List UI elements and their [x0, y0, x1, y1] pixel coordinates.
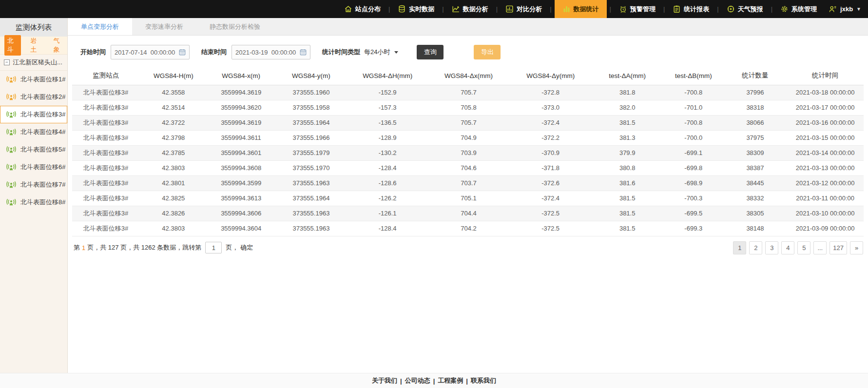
table-cell: 2021-03-11 00:00:00: [787, 191, 864, 206]
nav-item-home[interactable]: 站点分布: [339, 0, 386, 18]
nav-item-weather[interactable]: 天气预报: [722, 0, 768, 18]
nav-item-bar-chart[interactable]: 数据统计: [555, 0, 607, 18]
table-cell: 38066: [724, 115, 787, 130]
end-time-value[interactable]: [235, 49, 300, 56]
table-cell: -699.1: [663, 145, 723, 160]
sidebar-item-station-8[interactable]: 北斗表面位移8#: [0, 194, 67, 211]
table-cell: 379.9: [591, 145, 663, 160]
ellipsis-pages-button[interactable]: ...: [813, 241, 827, 254]
table-cell: 380.8: [591, 160, 663, 175]
table-row: 北斗表面位移3#42.37223559994.3619373555.1964-1…: [72, 115, 864, 130]
broadcast-icon: [6, 198, 17, 206]
nav-item-doc-chart[interactable]: 对比分析: [501, 0, 547, 18]
footer-link-4[interactable]: 联系我们: [471, 376, 496, 385]
nav-item-database[interactable]: 实时数据: [393, 0, 439, 18]
page-button-1[interactable]: 1: [733, 241, 746, 254]
table-cell: -700.8: [663, 85, 723, 100]
column-header: WGS84-Δx(mm): [427, 67, 510, 85]
table-cell: 3559994.3613: [208, 191, 275, 206]
database-icon: [398, 5, 406, 13]
report-icon: [673, 5, 681, 13]
sidebar-item-station-5[interactable]: 北斗表面位移5#: [0, 141, 67, 158]
page-button-5[interactable]: 5: [797, 241, 810, 254]
sidebar-tab-3[interactable]: 气象: [51, 35, 67, 56]
sidebar-item-station-7[interactable]: 北斗表面位移7#: [0, 176, 67, 194]
table-cell: 381.5: [591, 221, 663, 236]
export-button[interactable]: 导出: [474, 45, 501, 59]
jump-confirm-button[interactable]: 确定: [240, 243, 253, 252]
start-time-input[interactable]: [111, 45, 190, 59]
table-cell: 2021-03-13 00:00:00: [787, 160, 864, 175]
footer-link-1[interactable]: 关于我们: [372, 376, 397, 385]
table-cell: 38445: [724, 175, 787, 191]
table-cell: 37975: [724, 130, 787, 145]
next-pages-button[interactable]: »: [850, 241, 863, 254]
page-buttons: 12345...127»: [730, 241, 863, 254]
nav-item-label: 天气预报: [738, 5, 763, 14]
nav-item-line-chart[interactable]: 数据分析: [447, 0, 493, 18]
nav-item-alarm[interactable]: 预警管理: [614, 0, 660, 18]
station-label: 北斗表面位移7#: [20, 180, 65, 189]
table-cell: -372.4: [510, 115, 591, 130]
table-row: 北斗表面位移3#42.38263559994.3606373555.1963-1…: [72, 206, 864, 221]
column-header: 监测站点: [72, 67, 139, 85]
footer-link-3[interactable]: 工程案例: [438, 376, 463, 385]
broadcast-icon: [6, 111, 17, 118]
table-cell: -699.8: [663, 160, 723, 175]
tree-root-node[interactable]: − 江北新区猪头山...: [0, 55, 67, 71]
jump-page-input[interactable]: [205, 242, 222, 253]
calendar-icon[interactable]: [300, 49, 307, 56]
station-label: 北斗表面位移1#: [20, 75, 65, 84]
sidebar-tab-2[interactable]: 岩土: [27, 35, 44, 56]
sidebar-item-station-3[interactable]: 北斗表面位移3#: [0, 106, 67, 123]
station-label: 北斗表面位移2#: [20, 93, 65, 101]
sidebar-item-station-2[interactable]: 北斗表面位移2#: [0, 88, 67, 106]
broadcast-icon: [6, 146, 17, 154]
start-time-label: 开始时间: [80, 48, 106, 57]
sidebar-tab-1[interactable]: 北斗: [4, 35, 21, 56]
collapse-icon[interactable]: −: [4, 59, 10, 65]
sidebar-item-station-4[interactable]: 北斗表面位移4#: [0, 123, 67, 141]
table-cell: -701.0: [663, 100, 723, 115]
query-button[interactable]: 查询: [417, 45, 444, 59]
table-cell: 373555.1963: [275, 221, 347, 236]
broadcast-icon: [6, 93, 17, 101]
table-row: 北斗表面位移3#42.37853559994.3601373555.1979-1…: [72, 145, 864, 160]
nav-separator: |: [547, 0, 554, 18]
table-cell: 北斗表面位移3#: [72, 160, 139, 175]
page-button-4[interactable]: 4: [781, 241, 794, 254]
nav-item-label: 站点分布: [355, 5, 381, 14]
table-cell: -700.0: [663, 130, 723, 145]
broadcast-icon: [6, 163, 17, 171]
table-cell: 北斗表面位移3#: [72, 130, 139, 145]
nav-item-gear[interactable]: 系统管理: [775, 0, 822, 18]
tab-analysis-1[interactable]: 单点变形分析: [68, 18, 132, 35]
table-row: 北斗表面位移3#42.38033559994.3604373555.1963-1…: [72, 221, 864, 236]
table-cell: -152.9: [347, 85, 427, 100]
table-cell: 381.3: [591, 130, 663, 145]
tab-analysis-3[interactable]: 静态数据分析检验: [196, 18, 273, 35]
nav-separator: |: [607, 0, 614, 18]
stat-interval-select[interactable]: 每24小时: [364, 48, 398, 57]
table-cell: 705.1: [427, 191, 510, 206]
sidebar-title: 监测体列表: [0, 18, 67, 37]
sidebar-item-station-1[interactable]: 北斗表面位移1#: [0, 71, 67, 88]
station-label: 北斗表面位移6#: [20, 163, 65, 172]
user-menu[interactable]: jxkb ▼: [822, 0, 861, 18]
table-cell: 382.0: [591, 100, 663, 115]
page-button-3[interactable]: 3: [765, 241, 778, 254]
table-cell: 705.8: [427, 100, 510, 115]
end-time-input[interactable]: [231, 45, 310, 59]
table-cell: 42.3803: [139, 160, 208, 175]
table-cell: 3559994.3619: [208, 115, 275, 130]
table-cell: 381.8: [591, 85, 663, 100]
start-time-value[interactable]: [115, 49, 179, 56]
nav-item-report[interactable]: 统计报表: [668, 0, 714, 18]
sidebar-item-station-6[interactable]: 北斗表面位移6#: [0, 158, 67, 176]
page-button-2[interactable]: 2: [749, 241, 762, 254]
calendar-icon[interactable]: [179, 49, 186, 56]
tab-analysis-2[interactable]: 变形速率分析: [132, 18, 196, 35]
page-button-127[interactable]: 127: [829, 241, 847, 254]
table-cell: -699.3: [663, 221, 723, 236]
footer-link-2[interactable]: 公司动态: [405, 376, 430, 385]
